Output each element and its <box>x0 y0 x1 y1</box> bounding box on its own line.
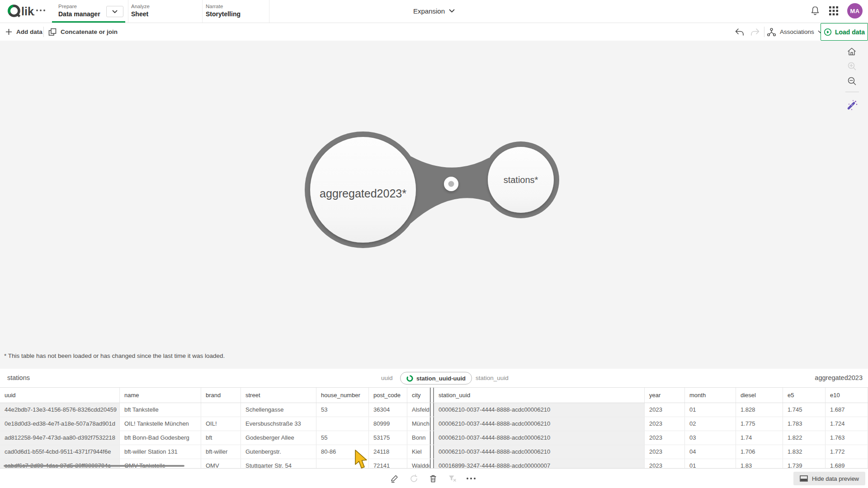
tab-narrate-storytelling[interactable]: Narrate Storytelling <box>206 4 241 18</box>
magic-wand-icon <box>845 99 858 111</box>
filter-clear-icon <box>448 474 457 483</box>
top-navigation-bar: lik Prepare Data manager Analyze Sheet N… <box>0 0 868 23</box>
table-cell: 1.822 <box>783 431 826 445</box>
table-cell: 2023 <box>645 403 685 417</box>
menu-dot <box>43 9 45 11</box>
table-cell: ad812258-94e7-473d-aa80-d392f7532218 <box>0 431 120 445</box>
zoom-in-button[interactable] <box>844 60 859 73</box>
table-cell: bft-willer <box>201 445 241 459</box>
qlik-logo-text: lik <box>21 5 34 18</box>
tab-section-label: Prepare <box>58 4 100 9</box>
table-cell: OMV Tankstelle <box>120 459 201 468</box>
tab-main-label: Sheet <box>131 10 150 18</box>
left-table-name: stations <box>7 369 30 387</box>
recommendations-wand-button[interactable] <box>844 98 859 112</box>
table-row: 0e18d0d3-ed38-4e7f-a18e-507a78ad901dOIL!… <box>0 417 868 431</box>
edit-table-button[interactable] <box>388 473 400 484</box>
table-row: 44e2bdb7-13e3-4156-8576-8326cdd20459bft … <box>0 403 868 417</box>
column-header-uuid[interactable]: uuid <box>0 388 120 403</box>
table-cell: 00006210-0037-4444-8888-acdc00006210 <box>434 431 645 445</box>
column-header-year[interactable]: year <box>645 388 685 403</box>
add-data-label: Add data <box>16 28 42 35</box>
plus-icon <box>5 28 12 35</box>
hide-data-preview-button[interactable]: Hide data preview <box>793 472 865 485</box>
undo-button[interactable] <box>733 26 745 38</box>
associations-view-dropdown[interactable]: Associations <box>767 23 823 41</box>
zoom-out-button[interactable] <box>844 75 859 88</box>
zoom-in-icon <box>846 61 858 72</box>
add-data-button[interactable]: Add data <box>5 23 42 41</box>
table-cell: Eversbuschstraße 33 <box>241 417 316 431</box>
right-table-name: aggregated2023 <box>815 369 863 387</box>
zoom-out-icon <box>846 76 858 87</box>
grid-icon <box>829 6 838 15</box>
reload-table-button[interactable] <box>408 473 420 484</box>
column-header-diesel[interactable]: diesel <box>736 388 783 403</box>
undo-icon <box>735 28 744 37</box>
associations-canvas[interactable]: aggregated2023* stations* * This table h… <box>0 41 868 369</box>
global-menu-button[interactable] <box>36 9 45 11</box>
app-title-menu[interactable]: Expansion <box>413 7 455 15</box>
concatenate-label: Concatenate or join <box>61 28 118 35</box>
column-header-post_code[interactable]: post_code <box>369 388 407 403</box>
user-avatar[interactable]: MA <box>847 3 863 19</box>
table-cell: 1.828 <box>736 403 783 417</box>
column-header-city[interactable]: city <box>407 388 430 403</box>
column-header-brand[interactable]: brand <box>201 388 241 403</box>
play-circle-icon <box>824 28 832 36</box>
table-cell: 1.763 <box>826 431 868 445</box>
table-row: cabdf6c7-2d99-4dac-87d5-30ff0000704cOMV … <box>0 459 868 468</box>
table-cell: 1.832 <box>783 445 826 459</box>
column-header-e10[interactable]: e10 <box>826 388 868 403</box>
not-loaded-note: * This table has not been loaded or has … <box>4 352 225 359</box>
tab-prepare-data-manager[interactable]: Prepare Data manager <box>58 4 100 18</box>
table-separator <box>430 445 434 459</box>
table-cell: Schellengasse <box>241 403 316 417</box>
column-header-station_uuid[interactable]: station_uuid <box>434 388 645 403</box>
bubble-stations-label[interactable]: stations* <box>504 175 538 185</box>
ellipsis-icon <box>467 478 476 479</box>
table-cell: 2023 <box>645 445 685 459</box>
toolbar-divider <box>764 27 764 37</box>
bell-icon <box>810 5 820 16</box>
preview-footer-bar: Hide data preview <box>0 468 868 488</box>
table-cell: Alsfeld <box>407 403 430 417</box>
column-header-house_number[interactable]: house_number <box>316 388 369 403</box>
table-cell: 72141 <box>369 459 407 468</box>
table-row: ad812258-94e7-473d-aa80-d392f7532218bft … <box>0 431 868 445</box>
concatenate-icon <box>48 28 57 36</box>
table-cell: Walddo <box>407 459 430 468</box>
bubble-aggregated2023-label[interactable]: aggregated2023* <box>320 187 406 200</box>
table-header-row: uuidnamebrandstreethouse_numberpost_code… <box>0 388 868 403</box>
more-options-button[interactable] <box>465 473 477 484</box>
chevron-down-icon <box>449 9 455 13</box>
redo-button[interactable] <box>749 26 761 38</box>
table-cell: Stuttgarter Str. 54 <box>241 459 316 468</box>
association-connector-handle[interactable] <box>444 177 458 191</box>
table-cell: 1.724 <box>826 417 868 431</box>
table-cell: Godesberger Allee <box>241 431 316 445</box>
notifications-button[interactable] <box>809 5 821 17</box>
concatenate-or-join-button[interactable]: Concatenate or join <box>48 23 118 41</box>
table-cell: 1.706 <box>736 445 783 459</box>
column-header-month[interactable]: month <box>685 388 736 403</box>
zoom-home-button[interactable] <box>844 45 859 58</box>
clear-filters-button[interactable] <box>446 473 458 484</box>
table-cell: 00006210-0037-4444-8888-acdc00006210 <box>434 417 645 431</box>
qlik-tm-dot <box>33 14 34 15</box>
table-cell: bft Tankstelle <box>120 403 201 417</box>
association-pill[interactable]: station_uuid-uuid <box>400 372 472 385</box>
delete-table-button[interactable] <box>427 473 439 484</box>
refresh-icon <box>409 474 419 483</box>
column-header-street[interactable]: street <box>241 388 316 403</box>
column-header-e5[interactable]: e5 <box>783 388 826 403</box>
data-manager-dropdown-button[interactable] <box>106 6 123 17</box>
preview-table: uuidnamebrandstreethouse_numberpost_code… <box>0 388 868 468</box>
qlik-logo[interactable]: lik <box>7 4 35 19</box>
load-data-button[interactable]: Load data <box>821 23 868 41</box>
app-launcher-button[interactable] <box>828 5 839 16</box>
column-header-name[interactable]: name <box>120 388 201 403</box>
tab-analyze-sheet[interactable]: Analyze Sheet <box>131 4 150 18</box>
horizontal-scrollbar-thumb[interactable] <box>4 465 184 467</box>
chevron-down-icon <box>112 10 118 14</box>
